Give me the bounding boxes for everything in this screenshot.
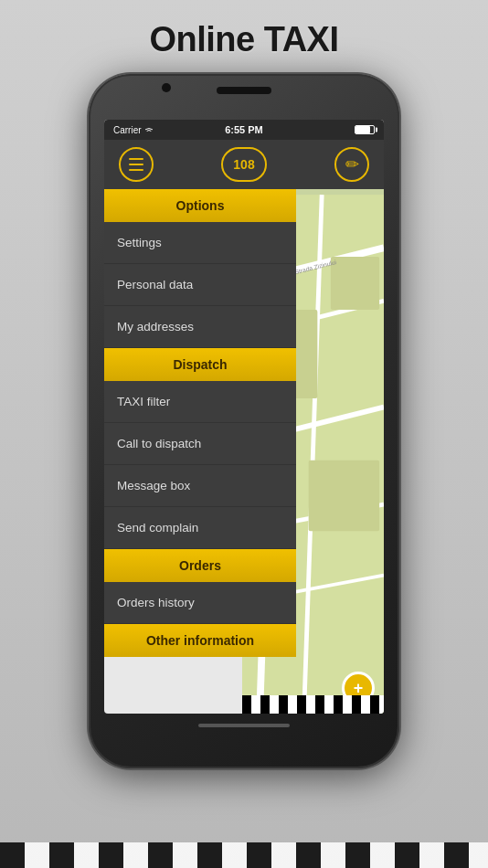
svg-rect-10 (331, 257, 379, 310)
phone-bottom (89, 714, 399, 737)
menu-item-personal-data[interactable]: Personal data (104, 264, 296, 306)
edit-button[interactable]: ✏ (334, 147, 369, 182)
menu-item-taxi-filter[interactable]: TAXI filter (104, 381, 296, 423)
phone-speaker (217, 87, 271, 94)
menu-item-send-complain[interactable]: Send complain (104, 507, 296, 549)
other-information-label: Other information (146, 633, 254, 648)
pencil-icon: ✏ (345, 154, 359, 175)
my-addresses-label: My addresses (117, 320, 194, 333)
menu-item-message-box[interactable]: Message box (104, 465, 296, 507)
menu-item-my-addresses[interactable]: My addresses (104, 306, 296, 348)
wifi-icon (144, 126, 154, 133)
phone-top-area (89, 74, 399, 120)
svg-rect-11 (309, 460, 380, 532)
dispatch-header-label: Dispatch (173, 357, 227, 372)
carrier-info: Carrier (113, 125, 154, 135)
battery-fill (355, 126, 370, 133)
toolbar: 108 ✏ (104, 140, 384, 189)
menu-item-call-dispatch[interactable]: Call to dispatch (104, 423, 296, 465)
phone-screen: Carrier 6:55 PM (104, 120, 384, 714)
taxi-filter-label: TAXI filter (117, 395, 170, 408)
hamburger-icon (129, 158, 143, 171)
status-bar: Carrier 6:55 PM (104, 120, 384, 140)
orders-section-header: Orders (104, 549, 296, 582)
other-information-section-header: Other information (104, 624, 296, 657)
message-box-label: Message box (117, 479, 190, 492)
status-time: 6:55 PM (225, 124, 263, 135)
menu-item-orders-history[interactable]: Orders history (104, 582, 296, 624)
order-count: 108 (233, 157, 254, 172)
order-count-badge[interactable]: 108 (221, 147, 267, 182)
orders-header-label: Orders (179, 558, 221, 573)
options-header-label: Options (176, 198, 225, 213)
settings-label: Settings (117, 236, 162, 249)
carrier-label: Carrier (113, 125, 142, 135)
menu-button[interactable] (119, 147, 154, 182)
home-indicator (198, 724, 290, 727)
battery-indicator (355, 125, 375, 134)
page-title: Online TAXI (149, 20, 338, 59)
orders-history-label: Orders history (117, 596, 195, 609)
phone-shell: Carrier 6:55 PM (89, 74, 399, 768)
dispatch-section-header: Dispatch (104, 348, 296, 381)
call-dispatch-label: Call to dispatch (117, 437, 201, 450)
menu-item-settings[interactable]: Settings (104, 222, 296, 264)
send-complain-label: Send complain (117, 521, 198, 535)
options-section-header: Options (104, 189, 296, 222)
menu-list: Options Settings Personal data My addres… (104, 189, 296, 714)
battery-bar (355, 125, 375, 134)
personal-data-label: Personal data (117, 278, 193, 291)
